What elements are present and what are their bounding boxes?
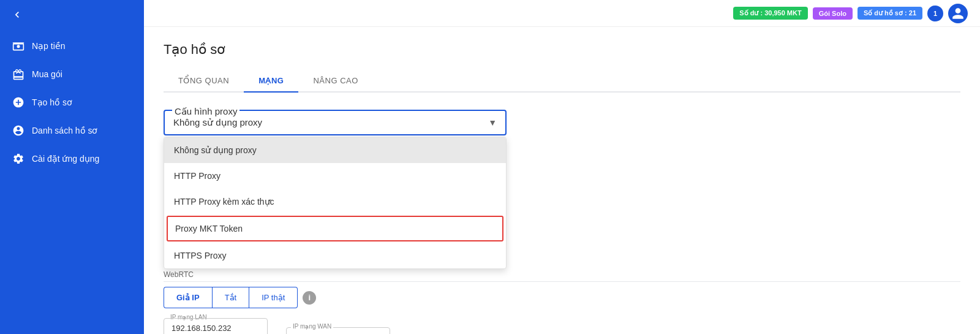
proxy-config-select[interactable]: Cấu hình proxy Không sử dụng proxy ▼ xyxy=(164,110,507,135)
profile-count-badge: Số dư hồ sơ : 21 xyxy=(858,7,922,20)
webrtc-info-icon[interactable]: i xyxy=(303,291,316,305)
sidebar-item-danh-sach-ho-so[interactable]: Danh sách hồ sơ xyxy=(0,116,144,145)
webrtc-label: WebRTC xyxy=(164,270,960,282)
tab-tong-quan[interactable]: TỔNG QUAN xyxy=(164,70,244,93)
sidebar-item-label: Danh sách hồ sơ xyxy=(32,126,98,135)
sidebar-item-label: Cài đặt ứng dụng xyxy=(32,154,99,164)
sidebar-item-tao-ho-so[interactable]: Tạo hồ sơ xyxy=(0,88,144,116)
info-badge[interactable]: 1 xyxy=(927,6,943,21)
tab-nang-cao[interactable]: NÂNG CAO xyxy=(298,70,372,93)
webrtc-btn-gia-ip[interactable]: Giả IP xyxy=(164,287,212,308)
webrtc-section: WebRTC Giả IP Tắt IP thật i IP mạng LAN … xyxy=(164,270,960,334)
sidebar-nav: Nạp tiền Mua gói Tạo hồ sơ Danh sách hồ … xyxy=(0,29,144,173)
back-button[interactable] xyxy=(0,0,144,29)
topbar: Số dư : 30,950 MKT Gói Solo Số dư hồ sơ … xyxy=(144,0,980,27)
plan-badge: Gói Solo xyxy=(813,7,853,20)
sidebar: Nạp tiền Mua gói Tạo hồ sơ Danh sách hồ … xyxy=(0,0,144,334)
sidebar-item-cai-dat-ung-dung[interactable]: Cài đặt ứng dụng xyxy=(0,145,144,173)
sidebar-item-label: Nạp tiền xyxy=(32,41,66,51)
proxy-option-http-proxy-auth[interactable]: HTTP Proxy kèm xác thực xyxy=(164,189,506,214)
ip-lan-value[interactable]: 192.168.150.232 xyxy=(164,318,268,334)
page-title: Tạo hồ sơ xyxy=(164,42,960,58)
sidebar-item-mua-goi[interactable]: Mua gói xyxy=(0,60,144,88)
chevron-down-icon: ▼ xyxy=(488,118,497,127)
sidebar-item-label: Mua gói xyxy=(32,69,62,79)
proxy-option-no-proxy[interactable]: Không sử dụng proxy xyxy=(164,137,506,163)
sidebar-item-nap-tien[interactable]: Nạp tiền xyxy=(0,32,144,60)
proxy-option-https-proxy[interactable]: HTTPS Proxy xyxy=(164,243,506,268)
webrtc-btn-ip-that[interactable]: IP thật xyxy=(249,287,298,308)
ip-lan-wrapper: IP mạng LAN 192.168.150.232 xyxy=(164,318,273,334)
sidebar-item-label: Tạo hồ sơ xyxy=(32,97,72,107)
balance-badge: Số dư : 30,950 MKT xyxy=(733,7,807,20)
tab-mang[interactable]: MẠNG xyxy=(244,70,298,93)
ip-wan-label: IP mạng WAN xyxy=(291,323,333,330)
main-content: Số dư : 30,950 MKT Gói Solo Số dư hồ sơ … xyxy=(144,0,980,334)
proxy-option-http-proxy[interactable]: HTTP Proxy xyxy=(164,163,506,189)
proxy-config-label: Cấu hình proxy xyxy=(172,106,239,117)
proxy-config-value: Không sử dụng proxy xyxy=(173,117,262,128)
proxy-config-dropdown: Không sử dụng proxy HTTP Proxy HTTP Prox… xyxy=(164,137,507,269)
page-content: Tạo hồ sơ TỔNG QUAN MẠNG NÂNG CAO Cấu hì… xyxy=(144,27,980,334)
proxy-config-wrapper: Cấu hình proxy Không sử dụng proxy ▼ Khô… xyxy=(164,110,507,135)
ip-fields-row: IP mạng LAN 192.168.150.232 IP mạng WAN xyxy=(164,318,960,334)
webrtc-btn-tat[interactable]: Tắt xyxy=(212,287,250,308)
ip-wan-wrapper: IP mạng WAN xyxy=(286,327,390,334)
proxy-option-proxy-mkt-token[interactable]: Proxy MKT Token xyxy=(167,216,503,241)
tabs-bar: TỔNG QUAN MẠNG NÂNG CAO xyxy=(164,70,960,93)
webrtc-buttons: Giả IP Tắt IP thật i xyxy=(164,287,960,308)
user-avatar[interactable] xyxy=(948,4,968,23)
